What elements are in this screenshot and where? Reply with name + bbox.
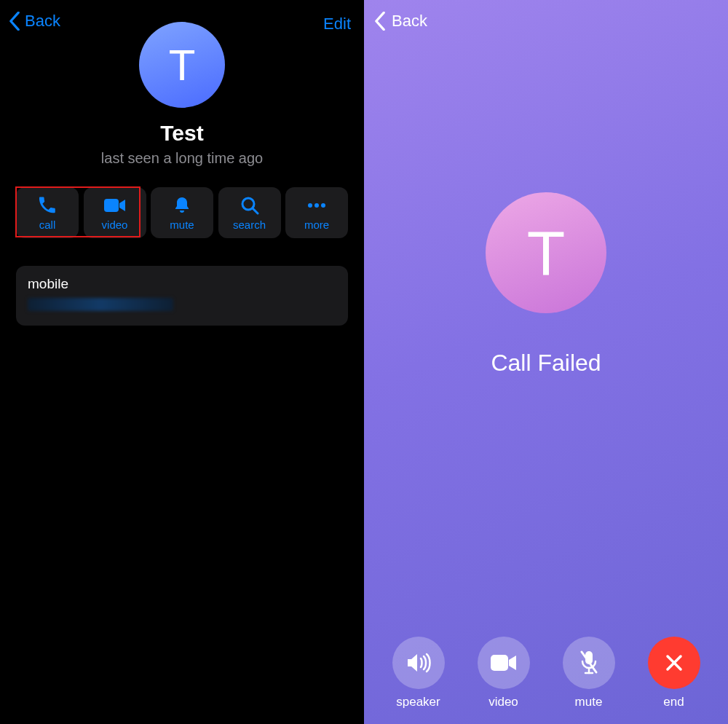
speaker-label: speaker — [396, 695, 440, 709]
contact-name: Test — [0, 121, 364, 146]
back-button[interactable]: Back — [9, 12, 60, 31]
svg-point-4 — [314, 203, 319, 208]
back-label: Back — [392, 12, 427, 31]
speaker-button[interactable]: speaker — [392, 637, 445, 709]
mute-label: mute — [170, 219, 194, 231]
call-screen: Back T Call Failed speaker video mute — [364, 0, 728, 724]
contact-profile-screen: Back Edit T Test last seen a long time a… — [0, 0, 364, 724]
svg-line-2 — [253, 208, 258, 213]
end-call-button[interactable]: end — [648, 637, 700, 709]
mic-off-icon — [563, 637, 615, 689]
more-icon — [306, 195, 327, 216]
chevron-left-icon — [9, 12, 20, 31]
svg-point-5 — [321, 203, 325, 208]
mobile-label: mobile — [28, 276, 336, 292]
action-row: call video mute search more — [0, 187, 364, 238]
video-icon — [478, 637, 530, 689]
back-button[interactable]: Back — [374, 12, 427, 31]
end-label: end — [663, 695, 684, 709]
video-button[interactable]: video — [478, 637, 530, 709]
video-button[interactable]: video — [84, 187, 146, 238]
mobile-number-redacted — [28, 298, 173, 311]
search-icon — [240, 195, 259, 216]
svg-rect-6 — [491, 655, 508, 671]
search-label: search — [233, 219, 266, 231]
back-label: Back — [25, 12, 60, 31]
last-seen-status: last seen a long time ago — [0, 150, 364, 167]
bell-icon — [173, 195, 191, 216]
more-label: more — [304, 219, 329, 231]
more-button[interactable]: more — [285, 187, 348, 238]
mute-button[interactable]: mute — [151, 187, 213, 238]
call-avatar: T — [486, 192, 606, 313]
edit-button[interactable]: Edit — [323, 15, 351, 34]
call-label: call — [39, 219, 56, 231]
chevron-left-icon — [374, 12, 386, 31]
speaker-icon — [392, 637, 445, 689]
mute-call-button[interactable]: mute — [563, 637, 615, 709]
video-label: video — [488, 695, 518, 709]
video-icon — [104, 195, 126, 216]
mute-label: mute — [575, 695, 603, 709]
avatar-letter: T — [527, 217, 566, 289]
avatar-letter: T — [169, 40, 196, 90]
call-button[interactable]: call — [16, 187, 79, 238]
svg-point-3 — [308, 203, 312, 208]
call-status: Call Failed — [491, 350, 601, 377]
call-controls: speaker video mute end — [364, 637, 728, 709]
search-button[interactable]: search — [218, 187, 281, 238]
mobile-info-card[interactable]: mobile — [16, 266, 348, 326]
contact-avatar[interactable]: T — [139, 22, 225, 108]
svg-rect-0 — [104, 199, 119, 212]
close-icon — [648, 637, 700, 689]
phone-icon — [37, 195, 58, 216]
video-label: video — [102, 219, 128, 231]
